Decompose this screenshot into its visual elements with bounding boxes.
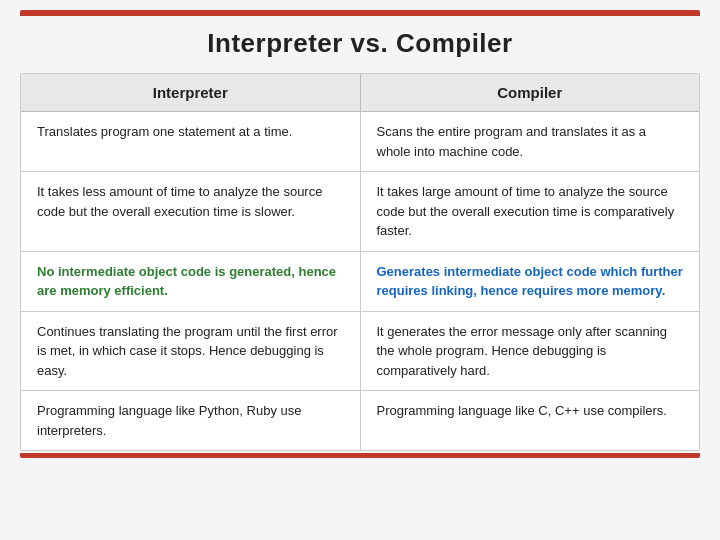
cell-interpreter-0: Translates program one statement at a ti… — [21, 112, 360, 172]
cell-compiler-0: Scans the entire program and translates … — [360, 112, 699, 172]
cell-interpreter-3: Continues translating the program until … — [21, 311, 360, 391]
cell-interpreter-4: Programming language like Python, Ruby u… — [21, 391, 360, 451]
comparison-table: Interpreter Compiler Translates program … — [21, 74, 699, 450]
comparison-table-wrapper: Interpreter Compiler Translates program … — [20, 73, 700, 451]
top-bar — [20, 10, 700, 16]
table-row: Programming language like Python, Ruby u… — [21, 391, 699, 451]
header-interpreter: Interpreter — [21, 74, 360, 112]
table-row: It takes less amount of time to analyze … — [21, 172, 699, 252]
table-header-row: Interpreter Compiler — [21, 74, 699, 112]
cell-compiler-2: Generates intermediate object code which… — [360, 251, 699, 311]
table-row: Translates program one statement at a ti… — [21, 112, 699, 172]
cell-interpreter-1: It takes less amount of time to analyze … — [21, 172, 360, 252]
bottom-bar — [20, 453, 700, 458]
cell-compiler-3: It generates the error message only afte… — [360, 311, 699, 391]
header-compiler: Compiler — [360, 74, 699, 112]
cell-interpreter-2: No intermediate object code is generated… — [21, 251, 360, 311]
table-row: No intermediate object code is generated… — [21, 251, 699, 311]
table-row: Continues translating the program until … — [21, 311, 699, 391]
cell-compiler-1: It takes large amount of time to analyze… — [360, 172, 699, 252]
page-title: Interpreter vs. Compiler — [207, 28, 512, 59]
page-container: Interpreter vs. Compiler Interpreter Com… — [0, 0, 720, 540]
cell-compiler-4: Programming language like C, C++ use com… — [360, 391, 699, 451]
